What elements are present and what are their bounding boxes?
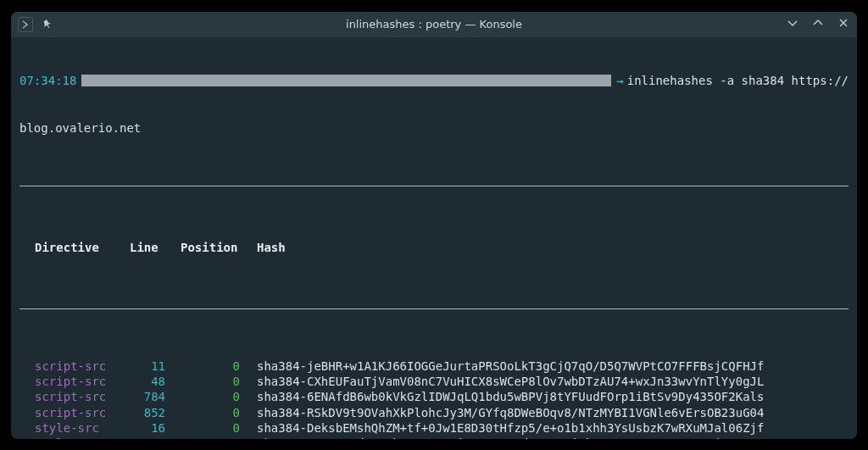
cell-directive: style-src (19, 436, 130, 439)
cell-line: 48 (130, 374, 181, 389)
maximize-button[interactable] (811, 17, 825, 31)
table-row: script-src110sha384-jeBHR+w1A1KJ66IOGGeJ… (19, 358, 849, 374)
cell-line: 852 (130, 405, 181, 420)
progress-bar (81, 75, 611, 86)
header-position: Position (181, 240, 257, 255)
cell-position: 0 (181, 420, 257, 436)
cell-directive: script-src (19, 374, 130, 389)
cell-position: 0 (181, 389, 257, 404)
header-hash: Hash (257, 240, 849, 255)
cell-position: 0 (181, 405, 257, 420)
table-row: script-src7840sha384-6ENAfdB6wb0kVkGzlID… (19, 389, 849, 404)
cell-line: 11 (130, 358, 181, 374)
window-title: inlinehashes : poetry — Konsole (346, 18, 522, 31)
rows-container: script-src110sha384-jeBHR+w1A1KJ66IOGGeJ… (19, 358, 849, 438)
cell-hash: sha384-jeBHR+w1A1KJ66IOGGeJurtaPRSOoLkT3… (257, 358, 849, 374)
minimize-button[interactable] (786, 17, 799, 31)
titlebar[interactable]: inlinehashes : poetry — Konsole (11, 12, 857, 37)
prompt-line-1: 07:34:18 → inlinehashes -a sha384 https:… (19, 73, 849, 88)
cell-line: 32 (130, 436, 181, 439)
header-directive: Directive (19, 240, 130, 255)
command-continuation: blog.ovalerio.net (19, 120, 849, 136)
cell-hash: sha384-6ENAfdB6wb0kVkGzlIDWJqLQ1bdu5wBPV… (257, 389, 849, 404)
cell-hash: sha384-F7Irc1IdRyMPhzoTFYMaIin5DBRMMsduz… (257, 436, 849, 439)
chevron-right-icon[interactable] (18, 17, 33, 32)
cell-directive: script-src (19, 405, 130, 420)
cell-position: 0 (181, 374, 257, 389)
table-row: style-src160sha384-DeksbEMshQhZM+tf+0Jw1… (19, 420, 849, 436)
arrow-icon: → (616, 73, 623, 88)
titlebar-left (18, 17, 53, 32)
table-row: script-src480sha384-CXhEUFauTjVamV08nC7V… (19, 374, 849, 389)
header-line: Line (130, 240, 181, 255)
cell-hash: sha384-RSkDV9t9OVahXkPlohcJy3M/GYfq8DWeB… (257, 405, 849, 420)
cell-position: 0 (181, 436, 257, 439)
command-text: inlinehashes -a sha384 https:// (627, 73, 849, 88)
table-header: Directive Line Position Hash (19, 236, 849, 258)
terminal-area[interactable]: 07:34:18 → inlinehashes -a sha384 https:… (11, 37, 857, 439)
cell-directive: script-src (19, 358, 130, 374)
window-controls (786, 17, 850, 31)
cell-directive: script-src (19, 389, 130, 404)
divider-mid (19, 308, 849, 309)
cell-line: 16 (130, 420, 181, 436)
pin-icon[interactable] (40, 18, 53, 31)
table-row: script-src8520sha384-RSkDV9t9OVahXkPlohc… (19, 405, 849, 420)
cell-hash: sha384-DeksbEMshQhZM+tf+0Jw1E8D30tHfzp5/… (257, 420, 849, 436)
cell-position: 0 (181, 358, 257, 374)
konsole-window: inlinehashes : poetry — Konsole 07:34:18… (11, 12, 857, 439)
cell-line: 784 (130, 389, 181, 404)
cell-hash: sha384-CXhEUFauTjVamV08nC7VuHICX8sWCeP8l… (257, 374, 849, 389)
table-row: style-src320sha384-F7Irc1IdRyMPhzoTFYMaI… (19, 436, 849, 439)
timestamp: 07:34:18 (19, 73, 76, 88)
close-button[interactable] (837, 17, 850, 31)
divider-top (19, 186, 849, 186)
cell-directive: style-src (19, 420, 130, 436)
